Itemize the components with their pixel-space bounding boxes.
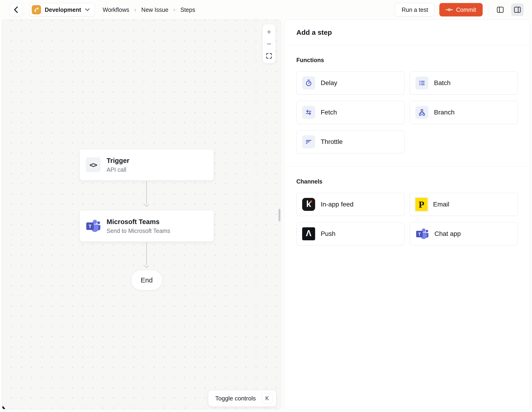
step-card-branch[interactable]: Branch xyxy=(410,101,518,124)
breadcrumb-new-issue[interactable]: New Issue xyxy=(141,7,169,13)
sidebar-right-icon xyxy=(514,7,521,13)
workflow-canvas[interactable]: + − <> Trigger API call xyxy=(2,19,281,410)
commit-label: Commit xyxy=(456,7,476,13)
microsoft-teams-logo: T xyxy=(86,219,100,233)
commit-icon xyxy=(446,7,453,12)
environment-label: Development xyxy=(45,7,81,13)
svg-text:T: T xyxy=(88,224,92,229)
tree-branch-icon xyxy=(416,106,428,119)
list-icon xyxy=(416,77,428,89)
zoom-in-button[interactable]: + xyxy=(263,26,276,38)
step-card-chat-app[interactable]: T Chat app xyxy=(410,222,518,245)
keyboard-shortcut-badge: K xyxy=(262,393,273,404)
environment-icon xyxy=(32,5,41,14)
channels-section: Channels k In-app feed P Email xyxy=(284,166,530,258)
toggle-left-panel-button[interactable] xyxy=(494,3,506,16)
step-card-label: Throttle xyxy=(321,138,343,145)
edge-arrowhead-icon xyxy=(144,204,149,207)
step-card-label: Chat app xyxy=(435,230,461,238)
zoom-out-button[interactable]: − xyxy=(263,38,276,50)
code-icon: <> xyxy=(86,157,101,172)
breadcrumb: Workflows › New Issue › Steps xyxy=(103,7,195,13)
microsoft-teams-icon: T xyxy=(416,227,429,240)
teams-node-subtitle: Send to Microsoft Teams xyxy=(107,228,170,234)
step-card-email[interactable]: P Email xyxy=(410,193,518,216)
step-card-push[interactable]: Λ Push xyxy=(296,222,405,245)
teams-node-title: Microsoft Teams xyxy=(107,218,170,226)
chevron-down-icon xyxy=(85,8,90,11)
postmark-logo-icon: P xyxy=(416,198,428,211)
step-card-label: Push xyxy=(321,230,335,238)
swap-arrows-glyph xyxy=(305,109,312,116)
toggle-controls-label: Toggle controls xyxy=(215,395,256,402)
canvas-scrollbar[interactable] xyxy=(278,209,280,221)
filter-lines-icon xyxy=(302,135,315,148)
workflow-branch-icon xyxy=(34,7,39,12)
main-area: + − <> Trigger API call xyxy=(0,19,532,410)
knock-dot xyxy=(310,201,312,202)
svg-text:T: T xyxy=(418,232,421,237)
stopwatch-glyph xyxy=(305,79,312,86)
topbar-actions: Run a test Commit xyxy=(395,3,524,17)
add-step-panel: Add a step Functions Delay xyxy=(284,19,530,410)
panel-header: Add a step xyxy=(284,20,530,45)
filter-lines-glyph xyxy=(305,138,312,145)
step-card-label: Batch xyxy=(434,79,451,87)
trigger-node[interactable]: <> Trigger API call xyxy=(79,149,214,181)
step-card-fetch[interactable]: Fetch xyxy=(296,101,405,124)
canvas-zoom-controls: + − xyxy=(263,24,276,63)
toggle-controls-button[interactable]: Toggle controls K xyxy=(208,390,276,407)
step-card-delay[interactable]: Delay xyxy=(296,71,405,95)
channels-section-label: Channels xyxy=(296,178,518,185)
mouse-cursor xyxy=(2,406,6,410)
step-card-label: Email xyxy=(433,201,449,208)
swap-arrows-icon xyxy=(302,106,315,119)
end-node[interactable]: End xyxy=(131,270,162,290)
breadcrumb-separator: › xyxy=(134,7,136,13)
microsoft-teams-node[interactable]: T Microsoft Teams Send to Microsoft Team… xyxy=(79,210,214,242)
step-card-label: Delay xyxy=(321,79,337,87)
chevron-left-icon xyxy=(13,6,18,13)
tree-branch-glyph xyxy=(418,109,425,116)
step-card-throttle[interactable]: Throttle xyxy=(296,130,405,153)
fullscreen-icon xyxy=(266,53,272,59)
stopwatch-icon xyxy=(302,77,315,89)
expo-logo-icon: Λ xyxy=(302,227,315,240)
knock-logo-icon: k xyxy=(302,198,315,211)
step-card-label: Branch xyxy=(434,109,455,116)
step-card-in-app-feed[interactable]: k In-app feed xyxy=(296,193,405,216)
edge-line xyxy=(146,181,147,204)
environment-dropdown[interactable]: Development xyxy=(29,3,95,17)
channels-grid: k In-app feed P Email Λ Push xyxy=(296,193,518,245)
back-button[interactable] xyxy=(9,3,22,16)
trigger-node-subtitle: API call xyxy=(107,166,129,173)
functions-grid: Delay Batch xyxy=(296,71,518,153)
microsoft-teams-icon: T xyxy=(86,219,101,233)
top-bar: Development Workflows › New Issue › Step… xyxy=(0,0,532,19)
edge-line xyxy=(146,242,147,265)
step-card-label: In-app feed xyxy=(321,201,354,208)
step-card-batch[interactable]: Batch xyxy=(410,71,518,95)
breadcrumb-steps[interactable]: Steps xyxy=(180,7,195,13)
sidebar-left-icon xyxy=(497,7,504,13)
functions-section-label: Functions xyxy=(296,57,518,64)
edge-arrowhead-icon xyxy=(144,265,149,268)
functions-section: Functions Delay xyxy=(284,45,530,166)
list-glyph xyxy=(418,79,425,86)
commit-button[interactable]: Commit xyxy=(439,3,482,17)
panel-title: Add a step xyxy=(296,29,332,36)
step-card-label: Fetch xyxy=(321,109,337,116)
toggle-right-panel-button[interactable] xyxy=(511,3,524,16)
breadcrumb-separator: › xyxy=(173,7,175,13)
trigger-node-title: Trigger xyxy=(107,156,129,165)
fit-view-button[interactable] xyxy=(263,50,276,62)
divider xyxy=(488,5,489,15)
run-a-test-button[interactable]: Run a test xyxy=(395,3,435,17)
breadcrumb-workflows[interactable]: Workflows xyxy=(103,7,129,13)
microsoft-teams-logo: T xyxy=(416,228,428,240)
